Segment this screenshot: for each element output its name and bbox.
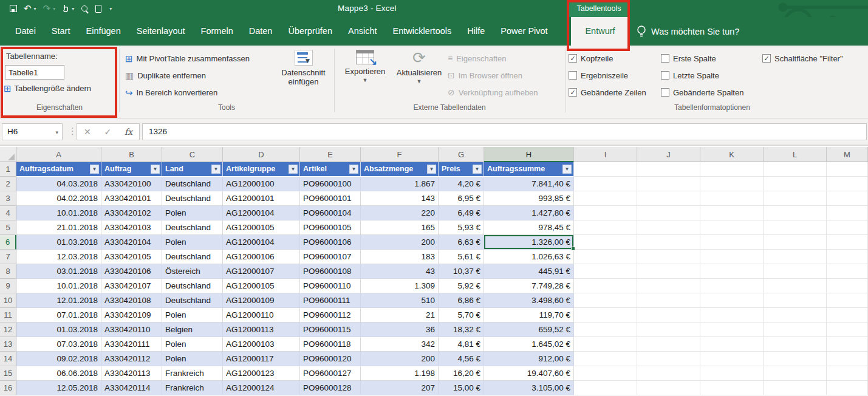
cell-K3[interactable] bbox=[700, 191, 764, 206]
cell-F16[interactable]: 207 bbox=[361, 381, 439, 395]
cell-E14[interactable]: PO96000120 bbox=[300, 352, 361, 366]
cell-F12[interactable]: 36 bbox=[361, 323, 439, 337]
cell-B12[interactable]: A330420110 bbox=[101, 323, 162, 337]
tab-einfügen[interactable]: Einfügen bbox=[78, 17, 128, 46]
cell-B16[interactable]: A330420114 bbox=[101, 381, 162, 395]
cell-K5[interactable] bbox=[700, 220, 764, 235]
cell-K9[interactable] bbox=[700, 279, 764, 293]
cell-A2[interactable]: 04.03.2018 bbox=[16, 177, 101, 191]
tab-ansicht[interactable]: Ansicht bbox=[340, 17, 385, 46]
cell-L6[interactable] bbox=[764, 235, 827, 250]
table-header-E1[interactable]: Artikel▼ bbox=[300, 162, 361, 177]
cell-K6[interactable] bbox=[700, 235, 764, 250]
row-header-3[interactable]: 3 bbox=[0, 191, 16, 206]
cell-J10[interactable] bbox=[637, 293, 700, 308]
cell-C15[interactable]: Frankreich bbox=[162, 366, 223, 381]
tell-me-box[interactable]: Was möchten Sie tun? bbox=[637, 17, 739, 46]
tools-item-2[interactable]: ↪In Bereich konvertieren bbox=[125, 84, 250, 101]
cell-H9[interactable]: 7.749,28 € bbox=[484, 279, 574, 293]
column-header-L[interactable]: L bbox=[764, 147, 827, 162]
option-erste-spalte[interactable]: Erste Spalte bbox=[661, 50, 743, 67]
cell-J11[interactable] bbox=[637, 308, 700, 323]
cell-F9[interactable]: 1.309 bbox=[361, 279, 439, 293]
cell-F15[interactable]: 1.198 bbox=[361, 366, 439, 381]
cell-H7[interactable]: 1.026,63 € bbox=[484, 250, 574, 264]
customize-qat-icon[interactable]: ▾ bbox=[109, 6, 112, 12]
cancel-icon[interactable]: ✕ bbox=[84, 127, 91, 137]
cell-D2[interactable]: AG12000100 bbox=[223, 177, 300, 191]
row-header-16[interactable]: 16 bbox=[0, 381, 16, 395]
cell-E11[interactable]: PO96000112 bbox=[300, 308, 361, 323]
cell-L3[interactable] bbox=[764, 191, 827, 206]
cell-A8[interactable]: 03.01.2018 bbox=[16, 264, 101, 279]
cell-H10[interactable]: 3.498,60 € bbox=[484, 293, 574, 308]
cell-F5[interactable]: 165 bbox=[361, 220, 439, 235]
cell-J2[interactable] bbox=[637, 177, 700, 191]
cell-G3[interactable]: 6,95 € bbox=[439, 191, 484, 206]
cell-F2[interactable]: 1.867 bbox=[361, 177, 439, 191]
cell-H16[interactable]: 3.105,00 € bbox=[484, 381, 574, 395]
column-header-C[interactable]: C bbox=[162, 147, 223, 162]
cell-I5[interactable] bbox=[574, 220, 637, 235]
cell-A10[interactable]: 12.01.2018 bbox=[16, 293, 101, 308]
cell-E5[interactable]: PO96000105 bbox=[300, 220, 361, 235]
cell-I8[interactable] bbox=[574, 264, 637, 279]
table-header-C1[interactable]: Land▼ bbox=[162, 162, 223, 177]
cell-E9[interactable]: PO96000110 bbox=[300, 279, 361, 293]
cell-E8[interactable]: PO96000108 bbox=[300, 264, 361, 279]
cell-M11[interactable] bbox=[827, 308, 868, 323]
filter-dropdown-icon[interactable]: ▼ bbox=[562, 165, 572, 174]
table-header-B1[interactable]: Auftrag▼ bbox=[101, 162, 162, 177]
tab-datei[interactable]: Datei bbox=[7, 17, 44, 46]
cell-I15[interactable] bbox=[574, 366, 637, 381]
cell-D8[interactable]: AG12000107 bbox=[223, 264, 300, 279]
cell-A13[interactable]: 07.03.2018 bbox=[16, 337, 101, 352]
cell-J9[interactable] bbox=[637, 279, 700, 293]
table-header-D1[interactable]: Artikelgruppe▼ bbox=[223, 162, 300, 177]
row-header-10[interactable]: 10 bbox=[0, 293, 16, 308]
cell-C16[interactable]: Frankreich bbox=[162, 381, 223, 395]
cell-G8[interactable]: 10,37 € bbox=[439, 264, 484, 279]
cell-D3[interactable]: AG12000101 bbox=[223, 191, 300, 206]
cell-M14[interactable] bbox=[827, 352, 868, 366]
cell-A5[interactable]: 21.01.2018 bbox=[16, 220, 101, 235]
cell-D10[interactable]: AG12000109 bbox=[223, 293, 300, 308]
cell-D12[interactable]: AG12000113 bbox=[223, 323, 300, 337]
cell-B7[interactable]: A330420105 bbox=[101, 250, 162, 264]
cell-B9[interactable]: A330420107 bbox=[101, 279, 162, 293]
column-header-J[interactable]: J bbox=[637, 147, 700, 162]
cell-D15[interactable]: AG12000123 bbox=[223, 366, 300, 381]
cell-C5[interactable]: Deutschland bbox=[162, 220, 223, 235]
cell-H2[interactable]: 7.841,40 € bbox=[484, 177, 574, 191]
cell-C13[interactable]: Polen bbox=[162, 337, 223, 352]
option-letzte-spalte[interactable]: Letzte Spalte bbox=[661, 67, 743, 84]
cell-D9[interactable]: AG12000105 bbox=[223, 279, 300, 293]
cell-D4[interactable]: AG12000104 bbox=[223, 206, 300, 220]
cell-L12[interactable] bbox=[764, 323, 827, 337]
cell-I3[interactable] bbox=[574, 191, 637, 206]
touch-mode-dropdown-icon[interactable]: ▾ bbox=[72, 6, 74, 12]
touch-mode-icon[interactable] bbox=[62, 4, 69, 13]
column-header-I[interactable]: I bbox=[574, 147, 637, 162]
cell-L8[interactable] bbox=[764, 264, 827, 279]
column-header-E[interactable]: E bbox=[300, 147, 361, 162]
cell-M10[interactable] bbox=[827, 293, 868, 308]
cell-L2[interactable] bbox=[764, 177, 827, 191]
cell-F11[interactable]: 21 bbox=[361, 308, 439, 323]
cell-I11[interactable] bbox=[574, 308, 637, 323]
row-header-9[interactable]: 9 bbox=[0, 279, 16, 293]
checkbox-unchecked[interactable] bbox=[661, 71, 669, 80]
print-preview-icon[interactable] bbox=[81, 5, 89, 13]
cell-F13[interactable]: 342 bbox=[361, 337, 439, 352]
cell-I16[interactable] bbox=[574, 381, 637, 395]
cell-E13[interactable]: PO96000118 bbox=[300, 337, 361, 352]
column-header-G[interactable]: G bbox=[439, 147, 484, 162]
cell-H14[interactable]: 912,00 € bbox=[484, 352, 574, 366]
cell-K1[interactable] bbox=[700, 162, 764, 177]
cell-C9[interactable]: Deutschland bbox=[162, 279, 223, 293]
cell-A3[interactable]: 04.02.2018 bbox=[16, 191, 101, 206]
cell-J16[interactable] bbox=[637, 381, 700, 395]
tab-power-pivot[interactable]: Power Pivot bbox=[493, 17, 555, 46]
cell-K4[interactable] bbox=[700, 206, 764, 220]
cell-E3[interactable]: PO96000101 bbox=[300, 191, 361, 206]
